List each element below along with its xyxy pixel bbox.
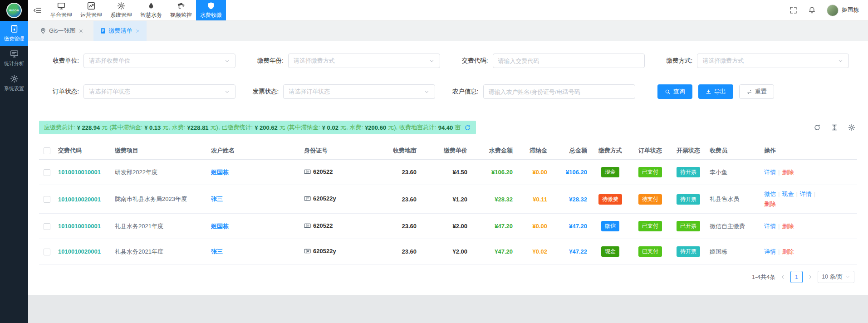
operation-link[interactable]: 详情 [764, 169, 776, 176]
fullscreen-icon[interactable] [790, 6, 797, 14]
table-row: 1010010020001 礼县水务2021年度 张三 620522y 23.6… [39, 239, 857, 264]
page-size-value: 10 条/页 [822, 273, 843, 281]
button-label: 重置 [755, 88, 767, 96]
checkbox-cell [39, 168, 58, 176]
summary-label: 亩 [455, 123, 461, 132]
gear-icon [117, 2, 125, 10]
topnav-item[interactable]: 平台管理 [46, 0, 76, 20]
collector-cell: 李小鱼 [710, 168, 764, 176]
operation-link[interactable]: 现金 [782, 191, 794, 197]
search-button[interactable]: 查询 [657, 84, 692, 99]
delete-link[interactable]: 删除 [782, 223, 794, 230]
column-header: 农户姓名 [211, 147, 304, 155]
filter-select[interactable]: 请选择缴费方式 [288, 54, 440, 68]
farmer-cell: 姬国栋 [211, 222, 304, 230]
top-nav: 平台管理 运营管理 系统管理 智慧水务 视频监控 水费收缴 [46, 0, 226, 20]
column-header: 操作 [764, 146, 832, 156]
filter-select[interactable]: 请选择订单状态 [283, 84, 435, 99]
refresh-icon[interactable] [814, 124, 821, 131]
project-cell: 研发部2022年度 [115, 168, 211, 176]
avatar [827, 5, 839, 16]
export-button[interactable]: 导出 [698, 84, 733, 99]
row-checkbox[interactable] [44, 169, 50, 176]
page-size-select[interactable]: 10 条/页 [818, 271, 854, 283]
filter-select-placeholder: 请选择收费单位 [89, 57, 224, 65]
settings-icon[interactable] [848, 124, 855, 131]
delete-link[interactable]: 删除 [782, 169, 794, 176]
prev-page-icon[interactable] [780, 274, 786, 280]
farmer-name-link[interactable]: 姬国栋 [211, 223, 229, 230]
sidebar-item[interactable]: 缴费管理 [0, 21, 28, 46]
tab[interactable]: 缴费清单 [93, 21, 147, 41]
column-height-icon[interactable] [831, 124, 838, 131]
content-panel: 收费单位: 请选择收费单位 缴费年份: 请选择缴费方式 交费代码: 缴费方式: … [28, 41, 868, 295]
filter-select[interactable]: 请选择缴费方式 [697, 54, 849, 68]
filter-input[interactable] [489, 88, 630, 95]
tab-label: 缴费清单 [109, 27, 132, 35]
close-icon[interactable] [135, 29, 140, 34]
delete-link[interactable]: 删除 [764, 201, 776, 207]
pay-method-badge: 现金 [601, 246, 619, 257]
operations-cell: 详情|删除 [764, 247, 832, 257]
close-icon[interactable] [78, 29, 83, 34]
sidebar-item[interactable]: 系统设置 [0, 71, 28, 96]
filter-select[interactable]: 请选择收费单位 [83, 54, 235, 68]
select-all-checkbox[interactable] [44, 147, 50, 154]
topnav-item[interactable]: 视频监控 [166, 0, 196, 20]
operation-link[interactable]: 详情 [764, 248, 776, 255]
row-checkbox[interactable] [44, 196, 50, 203]
area-cell: 23.60 [380, 169, 421, 176]
chevron-down-icon [845, 274, 850, 279]
unit-price-cell: ¥2.00 [421, 223, 472, 230]
id-number-cell: 620522 [304, 168, 380, 176]
farmer-name-link[interactable]: 张三 [211, 196, 223, 202]
topnav-item-label: 智慧水务 [140, 11, 162, 19]
table-row: 1010010020001 陇南市礼县水务局2023年度 张三 620522y … [39, 185, 857, 214]
topnav-item[interactable]: 水费收缴 [196, 0, 226, 20]
stats-monitor-icon [10, 49, 19, 58]
row-checkbox[interactable] [44, 223, 50, 230]
farmer-name-link[interactable]: 张三 [211, 248, 223, 255]
farmer-cell: 姬国栋 [211, 168, 304, 176]
reset-button[interactable]: 重置 [739, 84, 774, 99]
sidebar-item[interactable]: 统计分析 [0, 46, 28, 71]
payment-code: 1010010020001 [58, 196, 101, 203]
refresh-icon[interactable] [464, 124, 471, 131]
filter-field: 收费单位: 请选择收费单位 [39, 54, 244, 68]
pay-method-cell: 现金 [592, 246, 633, 257]
topnav-item[interactable]: 智慧水务 [136, 0, 166, 20]
chevron-down-icon [429, 58, 435, 64]
next-page-icon[interactable] [807, 274, 813, 280]
collector-cell: 姬国栋 [710, 248, 764, 256]
operation-link[interactable]: 详情 [800, 191, 812, 197]
topnav-item[interactable]: 运营管理 [76, 0, 106, 20]
pay-method-cell: 待缴费 [592, 194, 633, 205]
table-header-row: 交费代码缴费项目农户姓名身份证号收费地亩缴费单价水费金额滞纳金总金额缴费方式订单… [39, 142, 857, 160]
invoice-status-badge: 已开票 [677, 221, 700, 231]
operation-link[interactable]: 微信 [764, 191, 776, 197]
tab[interactable]: Gis一张图 [34, 21, 90, 41]
topbar-action-icons [790, 6, 816, 14]
order-status-cell: 已支付 [633, 167, 672, 177]
filter-input[interactable] [498, 58, 639, 64]
chevron-down-icon [224, 89, 230, 95]
pagination-total: 1-4共4条 [752, 273, 775, 281]
filter-label: 订单状态: [39, 88, 79, 96]
topnav-item-label: 系统管理 [110, 11, 132, 19]
farmer-name-link[interactable]: 姬国栋 [211, 169, 229, 176]
sidebar-toggle-button[interactable] [28, 0, 46, 20]
bell-icon[interactable] [808, 6, 816, 14]
row-checkbox[interactable] [44, 249, 50, 255]
unit-price-cell: ¥2.00 [421, 248, 472, 255]
download-icon [706, 89, 711, 95]
invoice-status-cell: 已开票 [672, 221, 710, 231]
payment-code-cell: 1010010010001 [58, 223, 115, 230]
delete-link[interactable]: 删除 [782, 248, 794, 255]
topnav-item[interactable]: 系统管理 [106, 0, 136, 20]
filter-select[interactable]: 请选择订单状态 [83, 84, 235, 99]
page-number-button[interactable]: 1 [790, 271, 803, 283]
topnav-item-label: 运营管理 [80, 11, 102, 19]
summary-value: ¥ 228.94 [77, 124, 100, 131]
user-menu[interactable]: 姬国栋 [827, 5, 859, 16]
operation-link[interactable]: 详情 [764, 223, 776, 230]
